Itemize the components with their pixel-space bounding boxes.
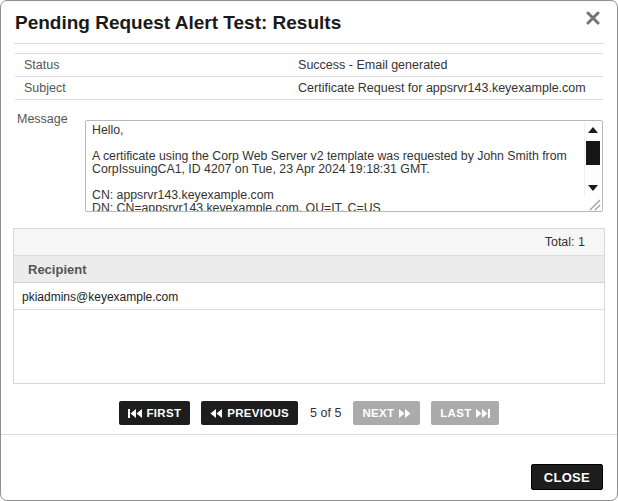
message-scrollbar[interactable] [584,122,601,196]
first-page-label: FIRST [147,407,182,419]
page-status: 5 of 5 [310,406,341,420]
skip-to-first-icon [128,409,142,418]
scrollbar-thumb[interactable] [586,141,600,165]
dialog-header: Pending Request Alert Test: Results [1,1,617,34]
skip-to-last-icon [476,409,490,418]
dialog-footer: CLOSE [1,434,617,490]
message-section: Message Hello, A certificate using the C… [17,112,603,212]
subject-label: Subject [24,81,298,95]
close-x-button[interactable] [584,9,602,27]
subject-row: Subject Certificate Request for appsrvr1… [15,77,603,100]
next-page-button[interactable]: NEXT [353,401,420,425]
status-value: Success - Email generated [298,58,595,72]
next-page-label: NEXT [362,407,394,419]
header-divider [14,43,604,44]
recipient-row: pkiadmins@keyexample.com [14,283,604,310]
first-page-button[interactable]: FIRST [119,401,191,425]
scroll-up-arrow-icon[interactable] [588,127,598,133]
status-label: Status [24,58,298,72]
table-empty-area [14,310,604,383]
message-label: Message [17,112,85,212]
previous-page-button[interactable]: PREVIOUS [201,401,298,425]
pending-request-alert-results-dialog: Pending Request Alert Test: Results Stat… [0,0,618,501]
total-count: Total: 1 [545,235,585,249]
previous-page-label: PREVIOUS [227,407,289,419]
details-table: Status Success - Email generated Subject… [15,53,603,100]
subject-value: Certificate Request for appsrvr143.keyex… [298,81,595,95]
double-arrow-right-icon [399,409,411,418]
close-icon [586,11,600,25]
recipient-column-header: Recipient [14,256,604,283]
last-page-label: LAST [440,407,471,419]
resize-grip-icon[interactable] [588,197,601,210]
pagination: FIRST PREVIOUS 5 of 5 NEXT LAST [1,401,617,425]
dialog-title: Pending Request Alert Test: Results [15,12,601,34]
recipients-table: Total: 1 Recipient pkiadmins@keyexample.… [13,228,605,384]
message-text: Hello, A certificate using the Corp Web … [86,121,602,211]
close-button[interactable]: CLOSE [531,464,603,490]
status-row: Status Success - Email generated [15,54,603,77]
double-arrow-left-icon [210,409,222,418]
last-page-button[interactable]: LAST [431,401,499,425]
scroll-down-arrow-icon[interactable] [588,185,598,191]
message-textarea[interactable]: Hello, A certificate using the Corp Web … [85,120,603,212]
total-bar: Total: 1 [14,229,604,256]
message-box-wrap: Hello, A certificate using the Corp Web … [85,120,603,212]
